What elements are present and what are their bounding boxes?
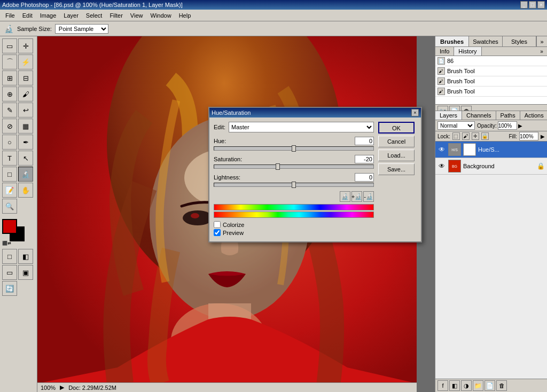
minus-sample-btn[interactable]: -🔬 [363,191,374,202]
healing-brush-tool[interactable]: ⊕ [2,87,17,101]
layer-styles-btn[interactable]: f [437,380,448,391]
tab-channels[interactable]: Channels [462,111,496,120]
slice-tool[interactable]: ⊟ [18,70,33,85]
minimize-button[interactable]: _ [520,1,528,9]
dodge-tool[interactable]: ○ [2,135,17,150]
gradient-tool[interactable]: ▦ [18,119,33,134]
tab-swatches[interactable]: Swatches [469,36,503,46]
standard-mode-btn[interactable]: □ [2,249,17,264]
cancel-button[interactable]: Cancel [378,136,415,147]
ok-button[interactable]: OK [378,122,415,134]
close-button[interactable]: × [537,1,545,9]
save-button[interactable]: Save... [378,163,415,175]
colorize-checkbox[interactable] [214,221,221,228]
hue-slider-track[interactable] [214,146,374,151]
tab-styles[interactable]: Styles [503,36,536,46]
menu-select[interactable]: Select [83,11,106,20]
preview-checkbox[interactable] [214,229,221,236]
history-item-0[interactable]: 📄 86 [435,56,547,66]
fill-arrow[interactable]: ▶ [541,134,545,139]
new-document-btn[interactable]: 📄 [449,106,460,111]
title-bar-controls[interactable]: _ □ × [520,1,545,9]
clone-stamp-tool[interactable]: ✎ [2,103,17,117]
swap-colors-icon[interactable]: ⇄ [7,241,11,246]
panel-menu-btn[interactable]: » [536,36,547,46]
sample-color-btn[interactable]: 🔬 [340,191,350,202]
opacity-arrow[interactable]: ▶ [518,123,522,129]
move-tool[interactable]: ✛ [18,38,33,53]
dialog-close-button[interactable]: × [411,109,419,116]
quick-mask-btn[interactable]: ◧ [18,249,33,264]
default-colors-icon[interactable]: ⬛ [2,241,7,246]
layer-item-0[interactable]: 👁 H/S ▩ Hue/S... [435,142,547,158]
tab-paths[interactable]: Paths [496,111,520,120]
lock-transparent-btn[interactable]: ⬚ [452,132,460,140]
shape-tool[interactable]: □ [2,167,17,182]
layer-eye-0[interactable]: 👁 [437,145,446,154]
full-screen-btn[interactable]: ▣ [18,265,33,280]
history-item-3[interactable]: 🖌 Brush Tool [435,87,547,97]
path-selection-tool[interactable]: ↖ [18,151,33,166]
pen-tool[interactable]: ✒ [18,135,33,150]
tab-info[interactable]: Info [435,47,454,56]
brush-tool[interactable]: 🖌 [18,87,33,101]
maximize-button[interactable]: □ [529,1,536,9]
foreground-color-swatch[interactable] [2,219,17,234]
history-item-1[interactable]: 🖌 Brush Tool [435,66,547,76]
new-snapshot-btn[interactable]: 📷 [437,106,448,111]
eraser-tool[interactable]: ⊘ [2,119,17,134]
layer-eye-1[interactable]: 👁 [437,162,446,170]
point-sample-select[interactable]: Point Sample 3 by 3 Average 5 by 5 Avera… [55,24,108,34]
crop-tool[interactable]: ⊞ [2,70,17,85]
history-brush-tool[interactable]: ↩ [18,103,33,117]
notes-tool[interactable]: 📝 [2,183,17,198]
menu-file[interactable]: File [2,11,18,20]
history-item-2[interactable]: 🖌 Brush Tool [435,76,547,87]
rectangular-marquee-tool[interactable]: ▭ [2,38,17,53]
load-button[interactable]: Load... [378,150,415,161]
edit-in-imageready-btn[interactable]: 🔄 [2,281,17,296]
tab-layers[interactable]: Layers [435,111,462,120]
layer-item-1[interactable]: 👁 BG Background 🔒 [435,158,547,175]
lightness-value-input[interactable] [355,173,374,182]
edit-dropdown[interactable]: Master Reds Yellows Greens Cyans Blues M… [229,122,374,132]
text-tool[interactable]: T [2,151,17,166]
menu-view[interactable]: View [127,11,146,20]
opacity-input[interactable] [498,121,517,130]
dialog-titlebar[interactable]: Hue/Saturation × [209,108,421,117]
magic-wand-tool[interactable]: ⚡ [18,54,33,69]
zoom-tool[interactable]: 🔍 [2,199,17,214]
menu-help[interactable]: Help [176,11,194,20]
history-panel-menu[interactable]: » [536,47,547,56]
lock-all-btn[interactable]: 🔒 [481,132,489,140]
menu-image[interactable]: Image [37,11,60,20]
layer-mask-btn[interactable]: ◧ [449,380,460,391]
lock-position-btn[interactable]: ✛ [472,132,479,140]
lightness-slider-thumb[interactable] [292,182,296,188]
menu-filter[interactable]: Filter [106,11,126,20]
sample-range-btn[interactable]: +🔬 [351,191,362,202]
saturation-slider-thumb[interactable] [276,163,280,170]
lightness-slider-track[interactable] [214,183,374,187]
menu-window[interactable]: Window [147,11,175,20]
new-group-btn[interactable]: 📁 [473,380,483,391]
fill-input[interactable] [519,132,538,140]
standard-screen-btn[interactable]: ▭ [2,265,17,280]
lock-pixels-btn[interactable]: 🖌 [462,132,470,140]
saturation-value-input[interactable] [355,155,374,163]
new-layer-btn[interactable]: 📄 [485,380,495,391]
delete-layer-btn[interactable]: 🗑 [496,380,507,391]
tab-brushes[interactable]: Brushes [435,36,469,46]
tab-actions[interactable]: Actions [520,111,547,120]
hand-tool[interactable]: ✋ [18,183,33,198]
tab-history[interactable]: History [454,47,481,56]
eyedropper-tool[interactable]: 🔬 [18,167,33,182]
saturation-slider-track[interactable] [214,164,374,169]
hue-value-input[interactable] [355,137,374,145]
blend-mode-select[interactable]: Normal Multiply Screen [437,121,475,130]
menu-layer[interactable]: Layer [60,11,82,20]
delete-btn[interactable]: 🗑 [461,106,472,111]
hue-slider-thumb[interactable] [292,145,296,152]
new-fill-btn[interactable]: ◑ [461,380,472,391]
lasso-tool[interactable]: ⌒ [2,54,17,69]
